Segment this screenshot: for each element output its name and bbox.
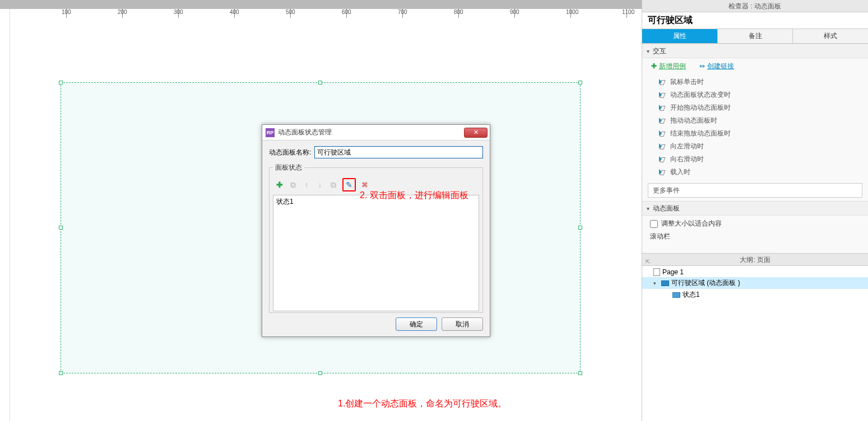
panel-states-fieldset: 面板状态 ✚ ⧉ ↑ ↓ ⧉ ✎ ✖ 状态1 (269, 163, 483, 313)
resize-handle-br[interactable] (578, 371, 582, 375)
app-icon: RP (266, 128, 275, 137)
event-label: 向右滑动时 (670, 155, 704, 164)
dialog-close-button[interactable]: ✕ (464, 128, 488, 138)
add-state-icon[interactable]: ✚ (275, 180, 284, 189)
add-case-link[interactable]: 新增用例 (659, 62, 686, 70)
tree-dynamic-panel-row[interactable]: ▾ 可行驶区域 (动态面板 ) (642, 277, 868, 289)
copy-state-icon[interactable]: ⧉ (329, 180, 338, 189)
event-label: 开始拖动动态面板时 (670, 103, 731, 113)
tree-state-label: 状态1 (683, 290, 700, 300)
object-name-title: 可行驶区域 (642, 12, 868, 29)
dialog-titlebar[interactable]: RP 动态面板状态管理 ✕ (262, 125, 490, 141)
event-icon (659, 130, 666, 137)
event-item[interactable]: 载入时 (642, 166, 868, 179)
resize-handle-bm[interactable] (318, 371, 322, 375)
outline-panel: ⇱ 大纲: 页面 Page 1 ▾ 可行驶区域 (动态面板 ) 状态1 (642, 253, 868, 421)
edit-state-highlight: ✎ (342, 178, 356, 191)
top-ruler: 10020030040050060070080090010001100 (0, 0, 642, 19)
chevron-down-icon: ▾ (647, 48, 649, 54)
section-interactions-label: 交互 (653, 46, 666, 56)
event-label: 鼠标单击时 (670, 77, 704, 87)
event-icon (659, 169, 666, 176)
event-label: 载入时 (670, 167, 690, 177)
panel-states-legend: 面板状态 (273, 163, 304, 172)
resize-handle-tl[interactable] (59, 81, 63, 85)
properties-body: ▾ 交互 ✚新增用例 ⇔创建链接 鼠标单击时动态面板状态改变时开始拖动动态面板时… (642, 44, 868, 253)
panel-state-manager-dialog: RP 动态面板状态管理 ✕ 动态面板名称: 面板状态 ✚ ⧉ ↑ ↓ ⧉ (262, 124, 490, 337)
interactions-links: ✚新增用例 ⇔创建链接 (642, 58, 868, 74)
inspector-tabs: 属性 备注 样式 (642, 29, 868, 44)
panel-name-label: 动态面板名称: (269, 148, 311, 157)
pin-icon[interactable]: ⇱ (646, 256, 650, 268)
section-dynamic-panel-label: 动态面板 (653, 204, 680, 213)
inspector-title: 检查器 : 动态面板 (642, 0, 868, 12)
event-item[interactable]: 开始拖动动态面板时 (642, 101, 868, 114)
event-item[interactable]: 动态面板状态改变时 (642, 88, 868, 101)
tree-state-row[interactable]: 状态1 (642, 289, 868, 301)
page-icon (653, 268, 660, 276)
event-icon (659, 79, 666, 86)
event-label: 结束拖放动态面板时 (670, 129, 731, 138)
edit-state-icon[interactable]: ✎ (345, 180, 354, 189)
state-icon (672, 292, 680, 298)
tree-page-row[interactable]: Page 1 (642, 267, 868, 277)
event-icon (659, 143, 666, 150)
event-label: 动态面板状态改变时 (670, 90, 731, 100)
close-icon: ✕ (474, 129, 479, 136)
move-up-icon[interactable]: ↑ (302, 180, 311, 189)
event-icon (659, 105, 666, 111)
fit-content-row: 调整大小以适合内容 (642, 216, 868, 232)
more-events-button[interactable]: 更多事件 (648, 183, 862, 198)
tree-toggle-icon[interactable]: ▾ (653, 280, 659, 286)
ok-button[interactable]: 确定 (396, 317, 437, 331)
resize-handle-tr[interactable] (578, 81, 582, 85)
event-item[interactable]: 向右滑动时 (642, 153, 868, 166)
link-icon: ⇔ (699, 62, 705, 70)
section-interactions[interactable]: ▾ 交互 (642, 44, 868, 58)
cancel-button[interactable]: 取消 (442, 317, 483, 331)
event-item[interactable]: 鼠标单击时 (642, 76, 868, 88)
fit-content-label: 调整大小以适合内容 (661, 219, 722, 228)
outline-title-label: 大纲: 页面 (740, 256, 770, 264)
outline-tree: Page 1 ▾ 可行驶区域 (动态面板 ) 状态1 (642, 266, 868, 302)
tab-properties[interactable]: 属性 (642, 29, 718, 43)
duplicate-state-icon[interactable]: ⧉ (289, 180, 298, 189)
event-icon (659, 156, 666, 163)
left-ruler (0, 9, 10, 421)
event-item[interactable]: 结束拖放动态面板时 (642, 127, 868, 140)
resize-handle-ml[interactable] (59, 226, 63, 230)
event-label: 向左滑动时 (670, 142, 704, 151)
event-icon (659, 92, 666, 99)
tab-notes[interactable]: 备注 (718, 29, 793, 43)
chevron-down-icon: ▾ (647, 205, 649, 212)
plus-icon: ✚ (651, 62, 657, 70)
section-dynamic-panel[interactable]: ▾ 动态面板 (642, 201, 868, 216)
resize-handle-bl[interactable] (59, 371, 63, 375)
event-icon (659, 118, 666, 124)
dynamic-panel-icon (661, 280, 669, 286)
tab-style[interactable]: 样式 (793, 29, 868, 43)
delete-state-icon[interactable]: ✖ (360, 180, 369, 189)
create-link-link[interactable]: 创建链接 (707, 62, 734, 70)
scrollbar-section-label: 滚动栏 (642, 232, 868, 244)
event-item[interactable]: 拖动动态面板时 (642, 114, 868, 127)
state-list[interactable]: 状态1 (273, 195, 479, 311)
annotation-step1: 1.创建一个动态面板，命名为可行驶区域。 (338, 398, 507, 410)
right-panel: 检查器 : 动态面板 可行驶区域 属性 备注 样式 ▾ 交互 ✚新增用例 ⇔创建… (642, 0, 868, 421)
panel-name-input[interactable] (314, 146, 483, 158)
outline-title: ⇱ 大纲: 页面 (642, 254, 868, 266)
tree-dynamic-panel-label: 可行驶区域 (动态面板 ) (671, 278, 740, 288)
move-down-icon[interactable]: ↓ (315, 180, 324, 189)
canvas-area[interactable]: RP 动态面板状态管理 ✕ 动态面板名称: 面板状态 ✚ ⧉ ↑ ↓ ⧉ (10, 19, 632, 421)
annotation-step2: 2. 双击面板，进行编辑面板 (360, 190, 468, 202)
tree-page-label: Page 1 (662, 268, 684, 276)
event-label: 拖动动态面板时 (670, 116, 717, 125)
fit-content-checkbox[interactable] (650, 220, 658, 228)
event-list: 鼠标单击时动态面板状态改变时开始拖动动态面板时拖动动态面板时结束拖放动态面板时向… (642, 74, 868, 180)
dialog-title: 动态面板状态管理 (278, 128, 332, 137)
resize-handle-mr[interactable] (578, 226, 582, 230)
event-item[interactable]: 向左滑动时 (642, 140, 868, 153)
resize-handle-tm[interactable] (318, 81, 322, 85)
